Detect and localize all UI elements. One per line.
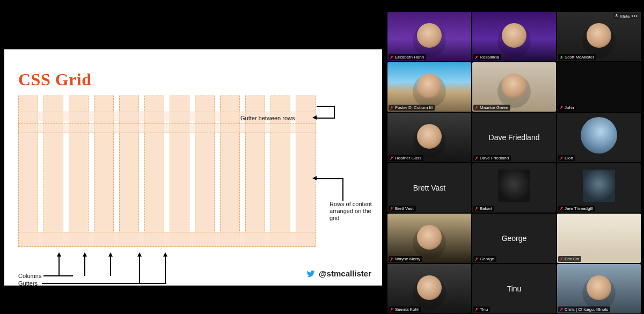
participant-tile[interactable]: Seema Kohli	[387, 264, 471, 313]
mic-muted-icon	[474, 207, 479, 211]
avatar	[498, 170, 530, 202]
avatar	[583, 170, 615, 202]
mic-muted-icon	[390, 156, 394, 160]
twitter-handle: @stmcallister	[306, 269, 371, 278]
participant-tile[interactable]: Chris | Chicago, Illinois	[557, 264, 641, 313]
participant-tile[interactable]: Dave Friedland Dave Friedland	[472, 113, 556, 162]
participant-tile[interactable]: John	[557, 62, 641, 112]
participant-name-label: Seema Kohli	[389, 306, 421, 312]
mic-muted-icon	[474, 308, 479, 312]
mic-muted-icon	[390, 257, 394, 261]
participant-tile[interactable]: Maurice Green	[472, 62, 556, 112]
participant-name-label: Elon	[558, 155, 575, 161]
participant-name-label: Scott McAllister	[558, 54, 596, 60]
annotation-gutters: Gutters	[18, 280, 38, 287]
participant-tile[interactable]: Heather Goss	[387, 113, 471, 162]
participant-name-label: Jere Threadgill	[558, 206, 595, 211]
participant-tile[interactable]: Tinu Tinu	[472, 264, 556, 313]
participant-gallery: Elizabeth Hahn Rosalinda Mute ••• Scott …	[387, 12, 642, 313]
svg-rect-3	[561, 55, 562, 57]
annotation-gutter-rows: Gutter between rows	[240, 115, 295, 121]
participant-name-label: Eric Oh	[558, 256, 581, 262]
participant-name-label: Elizabeth Hahn	[389, 54, 426, 60]
annotation-columns: Columns	[18, 273, 41, 279]
mic-muted-icon	[390, 207, 394, 211]
participant-tile[interactable]: Bakari	[472, 163, 556, 213]
participant-tile[interactable]: Elizabeth Hahn	[387, 12, 471, 61]
mic-muted-icon	[559, 156, 564, 160]
twitter-handle-text: @stmcallister	[319, 269, 371, 278]
mic-muted-icon	[559, 257, 564, 261]
mic-muted-icon	[559, 308, 564, 312]
mic-muted-icon	[474, 55, 479, 60]
participant-name-label: Foster D. Coburn III	[389, 105, 435, 111]
mic-muted-icon	[559, 207, 564, 211]
participant-name-label: Brett Vast	[389, 206, 416, 211]
mic-icon	[614, 13, 619, 19]
mic-muted-icon	[390, 308, 394, 312]
participant-tile[interactable]: Foster D. Coburn III	[387, 62, 471, 112]
slide-title: CSS Grid	[18, 70, 91, 90]
participant-tile[interactable]: Eric Oh	[557, 214, 641, 263]
mic-muted-icon	[474, 106, 479, 110]
participant-tile[interactable]: Elon	[557, 113, 641, 162]
participant-name-label: John	[558, 105, 576, 111]
participant-tile[interactable]: Rosalinda	[472, 12, 556, 61]
annotation-rows-content: Rows of content arranged on the grid	[330, 201, 379, 222]
participant-tile[interactable]: Brett Vast Brett Vast	[387, 163, 471, 213]
participant-tile-speaker[interactable]: Mute ••• Scott McAllister	[557, 12, 641, 61]
participant-tile[interactable]: Wayne Merry	[387, 214, 471, 263]
avatar	[581, 117, 617, 154]
participant-name-label: Chris | Chicago, Illinois	[558, 306, 610, 312]
participant-name-label: George	[473, 256, 496, 262]
svg-rect-2	[616, 14, 617, 16]
participant-tile[interactable]: George George	[472, 214, 556, 263]
participant-name-label: Rosalinda	[473, 54, 501, 60]
mic-muted-icon	[390, 55, 394, 60]
twitter-icon	[306, 269, 319, 278]
participant-name-label: Tinu	[473, 306, 490, 312]
mic-muted-icon	[559, 106, 564, 110]
participant-name-label: Heather Goss	[389, 155, 423, 161]
mic-muted-icon	[474, 156, 479, 160]
shared-slide: CSS Grid Gutter between rows Rows of con…	[4, 49, 382, 286]
participant-name-label: Bakari	[473, 206, 494, 211]
participant-name-label: Dave Friedland	[473, 155, 511, 161]
participant-tile[interactable]: Jere Threadgill	[557, 163, 641, 213]
participant-name-label: Wayne Merry	[389, 256, 422, 262]
mic-active-icon	[559, 55, 564, 60]
mute-button[interactable]: Mute •••	[613, 13, 640, 19]
options-icon[interactable]: •••	[632, 14, 638, 18]
mic-muted-icon	[390, 106, 394, 110]
participant-name-label: Maurice Green	[473, 105, 510, 111]
mic-muted-icon	[474, 257, 479, 261]
